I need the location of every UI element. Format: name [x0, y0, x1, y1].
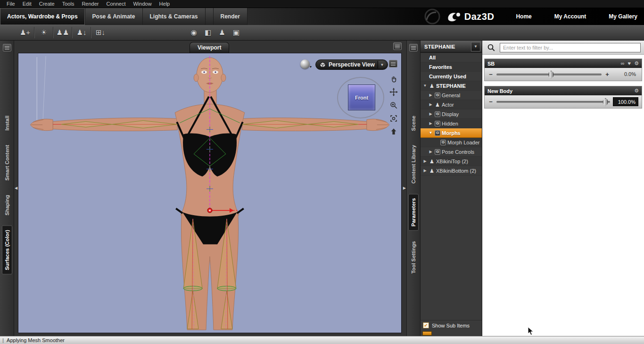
link-icon[interactable]: ∞ — [621, 61, 625, 66]
menu-create[interactable]: Create — [35, 0, 58, 7]
param-row-xbikinitop-2[interactable]: ▶♟XBikiniTop (2) — [421, 157, 482, 166]
gear-icon[interactable]: ⚙ — [634, 88, 639, 93]
pan-hand-tool-icon[interactable] — [388, 73, 399, 84]
tab-pose-animate[interactable]: Pose & Animate — [85, 8, 143, 25]
expand-down-icon[interactable]: ▼ — [422, 84, 428, 88]
menu-window[interactable]: Window — [129, 0, 155, 7]
view-cube[interactable]: Front — [344, 80, 380, 115]
param-row-actor[interactable]: ▶♟Actor — [421, 100, 482, 109]
slider-decrement-button[interactable]: − — [488, 71, 494, 77]
expand-right-icon[interactable]: ▶ — [428, 150, 433, 154]
right-tab-parameters[interactable]: Parameters — [408, 194, 419, 231]
param-row-morph-loader[interactable]: GMorph Loader — [421, 138, 482, 147]
toolbar-separator — [53, 27, 54, 38]
heart-icon[interactable]: ♥ — [628, 61, 631, 66]
expand-right-icon[interactable]: ▶ — [422, 168, 428, 173]
left-tab-install[interactable]: Install — [2, 112, 12, 134]
viewport-pane: Viewport — [14, 41, 406, 336]
left-tab-smart-content[interactable]: Smart Content — [2, 141, 12, 185]
param-row-display[interactable]: ▶GDisplay — [421, 109, 482, 119]
expand-down-icon[interactable]: ▼ — [428, 131, 433, 135]
show-sub-items-checkbox[interactable]: ✔ — [423, 322, 429, 328]
right-tab-scene[interactable]: Scene — [409, 112, 418, 134]
show-sub-items-row[interactable]: ✔ Show Sub Items — [421, 320, 482, 330]
param-row-favorites[interactable]: Favorites — [421, 62, 482, 72]
param-row-pose-controls[interactable]: ▶GPose Controls — [421, 147, 482, 157]
tab-render[interactable]: Render — [213, 8, 248, 25]
viewport-options-icon[interactable] — [389, 60, 397, 67]
viewport-canvas[interactable]: ▾ Perspective View ▼ — [18, 53, 402, 333]
param-row-xbikinibottom-2[interactable]: ▶♟XBikiniBottom (2) — [421, 166, 482, 176]
figure-icon: ♟ — [429, 159, 435, 164]
duplicate-figures-icon[interactable]: ♟♟ — [56, 26, 70, 39]
collapse-right-handle[interactable]: ▶ — [403, 186, 406, 190]
new-body-slider-track[interactable] — [496, 101, 610, 103]
menu-connect[interactable]: Connect — [103, 0, 130, 7]
param-row-all[interactable]: All — [421, 53, 482, 62]
import-figure-icon[interactable]: ♟↓ — [74, 26, 89, 39]
param-row-stephanie[interactable]: ▼♟STEPHANIE — [421, 81, 482, 91]
slider-increment-button[interactable]: + — [604, 71, 610, 77]
tab-lights-cameras[interactable]: Lights & Cameras — [143, 8, 206, 25]
param-row-morphs[interactable]: ▼GMorphs — [421, 128, 482, 138]
param-label: Currently Used — [429, 74, 466, 79]
orbit-camera-tool-icon[interactable]: ◉ — [187, 26, 201, 39]
view-cube-front-face[interactable]: Front — [348, 84, 375, 110]
new-body-slider-value[interactable]: 100.0% — [613, 97, 638, 106]
right-pane-options-icon[interactable] — [409, 44, 418, 51]
filter-input[interactable] — [500, 43, 641, 52]
expand-right-icon[interactable]: ▶ — [428, 102, 433, 107]
expand-right-icon[interactable]: ▶ — [428, 93, 433, 97]
menu-render[interactable]: Render — [78, 0, 102, 7]
export-grid-icon[interactable]: ⊞↓ — [93, 26, 107, 39]
parameters-header: STEPHANIE ▼ — [421, 41, 482, 53]
search-icon[interactable] — [486, 43, 497, 52]
nav-home[interactable]: Home — [516, 13, 531, 20]
sb-slider-value[interactable]: 0.0% — [613, 70, 638, 79]
right-tab-content-library[interactable]: Content Library — [409, 141, 418, 187]
menu-file[interactable]: File — [3, 0, 19, 7]
expand-right-icon[interactable]: ▶ — [428, 112, 433, 116]
draw-style-sphere-icon[interactable] — [300, 59, 310, 69]
collapse-left-handle[interactable]: ◀ — [15, 186, 17, 190]
param-row-general[interactable]: ▶GGeneral — [421, 91, 482, 100]
activity-tabbar: Actors, Wardrobe & PropsPose & AnimateLi… — [0, 8, 644, 25]
left-tab-shaping[interactable]: Shaping — [2, 191, 12, 219]
viewport-pane-options-icon[interactable] — [393, 42, 402, 50]
show-sub-items-label: Show Sub Items — [432, 323, 470, 328]
parameters-scope-dropdown-icon[interactable]: ▼ — [471, 42, 480, 51]
frame-zoom-tool-icon[interactable] — [388, 113, 399, 124]
new-body-slider-handle[interactable] — [603, 98, 608, 106]
tab-actors-wardrobe-props[interactable]: Actors, Wardrobe & Props — [0, 8, 85, 25]
right-dock: SceneContent LibraryParametersTool Setti… — [406, 41, 421, 336]
right-tab-tool-settings[interactable]: Tool Settings — [409, 237, 418, 277]
brand-logo-text: Daz3D — [464, 11, 495, 22]
move-tool-icon[interactable] — [388, 86, 399, 97]
expand-right-icon[interactable]: ▶ — [428, 121, 433, 126]
menu-tools[interactable]: Tools — [58, 0, 78, 7]
nav-my-gallery[interactable]: My Gallery — [609, 13, 637, 20]
param-row-currently-used[interactable]: Currently Used — [421, 72, 482, 81]
create-figure-icon[interactable]: ♟+ — [18, 26, 32, 39]
param-row-hidden[interactable]: ▶GHidden — [421, 119, 482, 128]
view-selector[interactable]: Perspective View ▼ — [315, 59, 388, 70]
expand-right-icon[interactable]: ▶ — [422, 159, 428, 163]
gear-icon[interactable]: ⚙ — [634, 61, 639, 66]
nav-my-account[interactable]: My Account — [554, 13, 586, 20]
camera-frame-tool-icon[interactable]: ▣ — [229, 26, 243, 39]
view-selector-dropdown-icon[interactable]: ▼ — [378, 61, 386, 68]
left-pane-options-icon[interactable] — [3, 44, 11, 51]
node-select-tool-icon[interactable]: ♟ — [215, 26, 229, 39]
zoom-tool-icon[interactable] — [388, 100, 399, 110]
create-light-icon[interactable]: ☀ — [37, 26, 51, 39]
menu-edit[interactable]: Edit — [19, 0, 35, 7]
menu-help[interactable]: Help — [156, 0, 174, 7]
sb-slider-track[interactable] — [496, 74, 602, 76]
sb-slider-handle[interactable] — [549, 71, 553, 79]
draw-style-dropdown-icon[interactable]: ▾ — [310, 65, 312, 69]
viewport-tab[interactable]: Viewport — [190, 42, 229, 53]
rotate-cube-tool-icon[interactable]: ◧ — [201, 26, 215, 39]
slider-decrement-button[interactable]: − — [488, 99, 494, 105]
left-tab-surfaces-color[interactable]: Surfaces (Color) — [2, 226, 12, 275]
reset-view-up-icon[interactable] — [388, 126, 399, 137]
